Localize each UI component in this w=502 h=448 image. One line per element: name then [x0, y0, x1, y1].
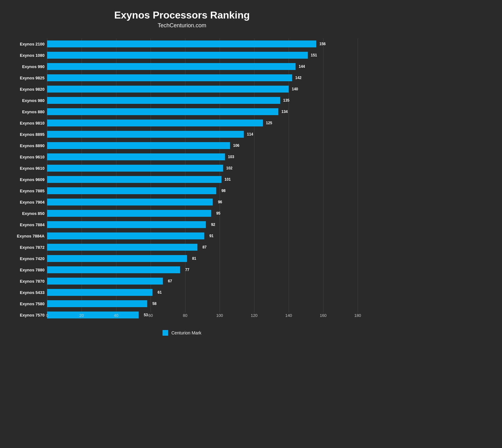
chart-container: Exynos 2100Exynos 1080Exynos 990Exynos 9…: [6, 38, 358, 321]
bar-row: 98: [47, 185, 358, 196]
bar-row: 106: [47, 140, 358, 151]
bar: 142: [47, 74, 292, 81]
bar-row: 151: [47, 50, 358, 61]
bar-value-label: 58: [152, 301, 157, 306]
bar: 135: [47, 97, 280, 104]
x-axis: 020406080100120140160180: [47, 313, 358, 321]
bar-row: 134: [47, 106, 358, 117]
y-label: Exynos 9825: [6, 72, 45, 83]
bar: 81: [47, 255, 187, 262]
bar: 103: [47, 153, 225, 160]
bar: 156: [47, 40, 316, 47]
y-label: Exynos 7904: [6, 196, 45, 208]
bar-value-label: 81: [192, 256, 196, 261]
x-tick-label: 60: [148, 313, 153, 318]
bar-row: 58: [47, 298, 358, 309]
bar-row: 101: [47, 174, 358, 185]
bar-value-label: 92: [211, 222, 215, 227]
bar-value-label: 91: [209, 234, 213, 238]
bar-value-label: 135: [283, 98, 289, 103]
y-label: Exynos 7570: [6, 309, 45, 321]
bar-value-label: 134: [281, 109, 288, 114]
bar-value-label: 101: [224, 177, 231, 182]
bar-value-label: 151: [311, 53, 317, 57]
x-tick-label: 140: [285, 313, 292, 318]
x-tick-label: 20: [79, 313, 84, 318]
chart-legend: Centurion Mark: [163, 330, 201, 336]
bar: 95: [47, 210, 211, 217]
y-label: Exynos 8890: [6, 140, 45, 151]
bar: 92: [47, 221, 206, 228]
y-labels: Exynos 2100Exynos 1080Exynos 990Exynos 9…: [6, 38, 47, 321]
bar-row: 87: [47, 242, 358, 253]
bar: 144: [47, 63, 296, 70]
legend-color-box: [163, 330, 168, 336]
bar: 134: [47, 108, 278, 115]
y-label: Exynos 7580: [6, 298, 45, 309]
bar-value-label: 142: [295, 76, 302, 80]
bar-row: 96: [47, 196, 358, 208]
bar-value-label: 96: [218, 200, 222, 204]
bar: 98: [47, 187, 216, 194]
bar-row: 142: [47, 72, 358, 83]
bar-value-label: 98: [222, 189, 226, 193]
bar-value-label: 140: [292, 87, 298, 91]
y-label: Exynos 850: [6, 208, 45, 219]
x-tick-label: 160: [320, 313, 327, 318]
bar-row: 92: [47, 219, 358, 230]
bar-row: 144: [47, 61, 358, 72]
bar: 77: [47, 266, 180, 273]
bar: 101: [47, 176, 222, 183]
bar-value-label: 95: [216, 211, 220, 216]
bar: 58: [47, 300, 147, 307]
y-label: Exynos 7420: [6, 253, 45, 264]
x-tick-label: 80: [183, 313, 187, 318]
bar-value-label: 106: [233, 143, 239, 148]
bar: 61: [47, 289, 152, 296]
y-label: Exynos 9610: [6, 151, 45, 163]
bar: 96: [47, 199, 213, 205]
bar-value-label: 67: [168, 279, 172, 283]
y-label: Exynos 1080: [6, 50, 45, 61]
y-label: Exynos 9610: [6, 163, 45, 174]
x-tick-label: 120: [251, 313, 258, 318]
y-label: Exynos 9609: [6, 174, 45, 185]
bar-value-label: 103: [228, 155, 234, 159]
bar-value-label: 87: [202, 245, 206, 249]
y-label: Exynos 5433: [6, 287, 45, 298]
y-label: Exynos 7880: [6, 264, 45, 275]
bar-row: 67: [47, 275, 358, 287]
bar: 114: [47, 131, 244, 138]
chart-subtitle: TechCenturion.com: [158, 22, 206, 29]
chart-area: Exynos 2100Exynos 1080Exynos 990Exynos 9…: [6, 38, 358, 321]
y-label: Exynos 980: [6, 95, 45, 106]
bar-value-label: 77: [185, 268, 189, 272]
bar-row: 135: [47, 95, 358, 106]
y-label: Exynos 880: [6, 106, 45, 117]
bar-value-label: 102: [226, 166, 232, 170]
bar: 125: [47, 120, 263, 126]
bar: 91: [47, 232, 204, 239]
bar-value-label: 114: [247, 132, 253, 136]
bar-row: 140: [47, 83, 358, 95]
y-label: Exynos 990: [6, 61, 45, 72]
x-tick-label: 180: [354, 313, 361, 318]
x-tick-label: 40: [114, 313, 118, 318]
bar-row: 114: [47, 129, 358, 140]
y-label: Exynos 7884A: [6, 230, 45, 242]
bar-value-label: 156: [319, 42, 326, 46]
bar-row: 125: [47, 117, 358, 129]
bar: 106: [47, 142, 230, 149]
y-label: Exynos 7872: [6, 242, 45, 253]
x-tick-label: 100: [216, 313, 223, 318]
bar: 151: [47, 52, 308, 59]
bar-row: 95: [47, 208, 358, 219]
y-label: Exynos 9810: [6, 117, 45, 129]
chart-title: Exynos Processors Ranking: [114, 9, 250, 21]
y-label: Exynos 7870: [6, 275, 45, 287]
bars-section: 1561511441421401351341251141061031021019…: [47, 38, 358, 321]
bar-value-label: 125: [266, 121, 272, 125]
bar: 102: [47, 165, 223, 172]
bar-row: 77: [47, 264, 358, 275]
y-label: Exynos 8895: [6, 129, 45, 140]
